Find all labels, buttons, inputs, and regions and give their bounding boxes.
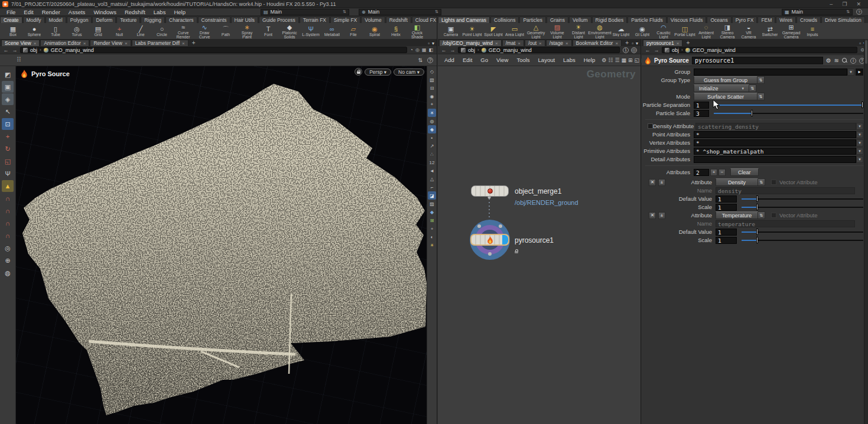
shelf-tab[interactable]: Grains [547,17,568,23]
shelf-tab[interactable]: Deform [92,17,116,23]
shelf-tool[interactable]: ◒ VR Camera [738,24,759,39]
add-tab-button[interactable]: + [683,40,693,46]
shelf-tool[interactable]: ○ Circle [151,25,173,37]
node-output-dot[interactable] [488,252,492,256]
shelf-tool[interactable]: ◉ GI Light [632,25,653,37]
spinner-icon[interactable]: ⇅ [758,93,765,100]
default-value-field[interactable]: 1 [716,229,737,236]
shelf-tool[interactable]: ⇄ Switcher [759,25,781,37]
attribute-dropdown[interactable]: Density [716,178,758,186]
scale-field[interactable]: 1 [716,237,737,244]
shelf-tab[interactable]: Terrain FX [300,17,330,23]
display-option-icon[interactable]: ◆ [428,208,436,216]
path-bar-icon[interactable]: ◔ [410,47,413,53]
display-option-icon[interactable]: ▧ [428,76,436,84]
mode-dropdown[interactable]: Surface Scatter [694,93,758,100]
shelf-tool[interactable]: Ψ L-System [300,25,321,37]
toolbar-icon[interactable]: ⇅ [418,57,422,63]
viewport-tool-icon[interactable]: ⊕ [2,255,14,266]
forward-icon[interactable]: → [449,47,456,53]
pane-tab[interactable]: /mat× [502,40,524,46]
network-toolbar-icon[interactable]: ◱ [635,57,640,63]
shelf-tab[interactable]: Create [0,17,22,23]
maximize-icon[interactable]: ❐ [842,1,847,7]
viewport-tool-icon[interactable]: ⊡ [2,118,14,130]
display-option-icon[interactable]: ◈ [428,125,436,133]
attributes-count-field[interactable]: 2 [694,169,709,176]
pane-tab[interactable]: /obj/GEO_manju_wind× [439,40,502,46]
node-name-field[interactable] [692,57,823,64]
group-type-dropdown[interactable]: Guess from Group [694,76,758,84]
pane-maximize-icon[interactable]: ▫ [632,41,633,46]
shelf-tab[interactable]: Particles [519,17,546,23]
shelf-tool[interactable]: ◠ Caustic Light [653,24,674,39]
breadcrumb[interactable]: obj › GEO_manju_wind [20,47,407,53]
group-field[interactable] [694,69,847,76]
shelf-tool[interactable]: ☀ Distant Light [568,24,589,39]
close-tab-icon[interactable]: × [495,41,498,46]
pane-tab[interactable]: Animation Editor× [40,40,89,46]
display-option-icon[interactable]: ⊟ [428,84,436,92]
menu-item[interactable]: File [2,9,19,15]
shelf-tab[interactable]: Pyro FX [732,17,758,23]
pane-maximize-icon[interactable]: ▫ [859,41,861,46]
shelf-tool[interactable]: ◤ Spot Light [483,25,504,37]
shelf-tab[interactable]: Constraints [198,17,230,23]
pane-tab[interactable]: Scene View× [1,40,40,46]
shelf-tab[interactable]: Volume [361,17,385,23]
viewport-tool-icon[interactable]: ↻ [2,143,14,155]
add-tab-button[interactable]: + [622,40,632,46]
forward-icon[interactable]: → [11,47,18,53]
viewport-tool-icon[interactable]: ∩ [2,205,14,217]
close-tab-icon[interactable]: × [677,41,680,46]
network-menu-item[interactable]: Help [580,57,600,63]
shelf-tool[interactable]: ▯ Tube [45,25,66,37]
display-option-icon[interactable]: 12 [428,158,436,167]
node-title[interactable]: object_merge1 [515,187,561,195]
network-toolbar-icon[interactable]: ☷ [608,57,613,63]
default-value-slider[interactable] [742,195,863,203]
viewport-tool-icon[interactable]: ↖ [2,106,14,118]
back-icon[interactable]: ← [440,47,447,53]
particle-separation-slider[interactable] [714,101,863,109]
dropdown-arrow-icon[interactable]: ▾ [856,156,863,163]
menu-item[interactable]: Help [170,9,190,15]
menu-item[interactable]: Windows [89,9,121,15]
spinner-icon[interactable]: ⇅ [758,76,765,84]
camera-selector[interactable]: No cam ▾ [394,69,424,76]
shelf-tab[interactable]: Viscous Fluids [667,17,707,23]
network-menu-item[interactable]: Tools [512,57,534,63]
add-attribute-button[interactable]: + [710,169,717,176]
spinner-icon[interactable]: ⇅ [758,211,765,219]
shelf-tab[interactable]: Model [45,17,66,23]
node-title[interactable]: pyrosource1 [515,236,554,244]
viewport-tool-icon[interactable]: ◎ [2,242,14,254]
shelf-tool[interactable]: § Helix [385,25,407,37]
shelf-tab[interactable]: Rigging [141,17,165,23]
clear-button[interactable]: Clear [730,168,759,176]
pane-tab[interactable]: pyrosource1× [643,40,682,46]
menu-item[interactable]: Edit [19,9,37,15]
node-pyrosource[interactable] [470,234,509,246]
viewport-tool-icon[interactable]: ◩ [2,69,14,80]
menu-item[interactable]: Labs [149,9,170,15]
close-icon[interactable]: ✕ [856,1,861,7]
remove-block-button[interactable]: ✕ [649,179,656,186]
shelf-tool[interactable]: ▦ Box [2,25,24,37]
network-toolbar-icon[interactable]: ⊞ [628,57,633,63]
attribute-dropdown[interactable]: Temperature [716,211,758,219]
minimize-icon[interactable]: – [830,1,833,7]
shelf-tab[interactable]: Crowds [797,17,821,23]
shelf-tool[interactable]: ● Sphere [24,25,45,37]
network-canvas[interactable]: Geometry object_merge1 /obj/RENDER_groun… [438,66,641,424]
menu-item[interactable]: Assets [64,9,90,15]
remove-block-button[interactable]: ✕ [649,212,656,219]
camera-lock-button[interactable] [355,68,362,76]
close-tab-icon[interactable]: × [615,41,618,46]
node-input-dot[interactable] [477,224,481,228]
display-option-icon[interactable]: ◉ [428,92,436,100]
shelf-tab[interactable]: Characters [165,17,197,23]
node-input-dot[interactable] [499,224,502,228]
shelf-tool[interactable]: △ Geometry Light [525,24,547,39]
shelf-tab[interactable]: Wires [776,17,796,23]
